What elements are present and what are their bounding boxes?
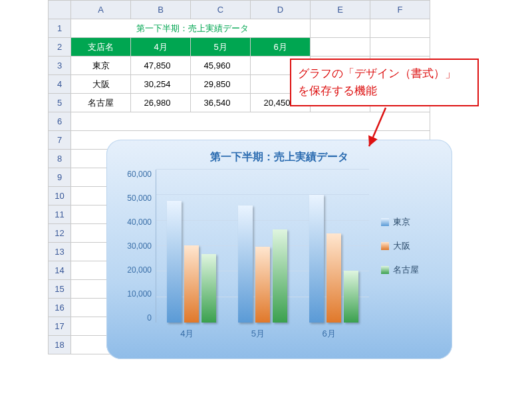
- legend-swatch-icon: [381, 266, 389, 274]
- row-header[interactable]: 17: [49, 317, 71, 336]
- row-header[interactable]: 11: [49, 205, 71, 224]
- y-axis: 60,000 50,000 40,000 30,000 20,000 10,00…: [116, 170, 156, 323]
- cell[interactable]: 名古屋: [71, 94, 131, 112]
- row-header[interactable]: 15: [49, 280, 71, 299]
- cell[interactable]: [311, 38, 370, 57]
- plot-area: [156, 170, 369, 323]
- bar: [167, 201, 182, 323]
- bar: [184, 245, 199, 323]
- bar: [327, 233, 341, 323]
- bar: [273, 229, 287, 323]
- header-cell[interactable]: 支店名: [71, 38, 131, 57]
- cell[interactable]: 26,980: [131, 94, 191, 112]
- embedded-chart[interactable]: 第一下半期：売上実績データ 60,000 50,000 40,000 30,00…: [106, 140, 452, 359]
- row-header[interactable]: 14: [49, 261, 71, 280]
- x-axis: 4月 5月 6月: [152, 328, 364, 340]
- bar: [238, 205, 253, 323]
- annotation-callout: グラフの「デザイン（書式）」 を保存する機能: [290, 59, 479, 106]
- row-header[interactable]: 4: [49, 75, 71, 94]
- cell[interactable]: 東京: [71, 57, 131, 75]
- legend-item: 東京: [381, 216, 419, 228]
- legend-item: 名古屋: [381, 264, 419, 276]
- legend-item: 大阪: [381, 240, 419, 252]
- col-header[interactable]: A: [71, 1, 131, 19]
- bar: [344, 271, 358, 323]
- col-header[interactable]: D: [251, 1, 311, 19]
- cell[interactable]: [370, 38, 430, 57]
- bar: [255, 247, 270, 323]
- bar: [201, 254, 216, 323]
- cell[interactable]: [311, 19, 370, 38]
- header-cell[interactable]: 6月: [251, 38, 311, 57]
- annotation-arrow-icon: [366, 106, 419, 160]
- row-header[interactable]: 10: [49, 187, 71, 205]
- cell[interactable]: [370, 19, 430, 38]
- row-header[interactable]: 18: [49, 336, 71, 354]
- col-header[interactable]: B: [131, 1, 191, 19]
- col-header[interactable]: E: [311, 1, 370, 19]
- chart-legend: 東京 大阪 名古屋: [381, 170, 419, 323]
- header-cell[interactable]: 4月: [131, 38, 191, 57]
- cell[interactable]: 47,850: [131, 57, 191, 75]
- cell[interactable]: 30,254: [131, 75, 191, 94]
- cell[interactable]: 29,850: [191, 75, 251, 94]
- row-header[interactable]: 5: [49, 94, 71, 112]
- table-title-cell[interactable]: 第一下半期：売上実績データ: [71, 19, 311, 38]
- col-header[interactable]: F: [370, 1, 430, 19]
- svg-line-0: [369, 108, 386, 146]
- cell[interactable]: 大阪: [71, 75, 131, 94]
- row-header[interactable]: 6: [49, 112, 71, 131]
- row-header[interactable]: 16: [49, 299, 71, 317]
- row-header[interactable]: 12: [49, 224, 71, 243]
- row-header[interactable]: 7: [49, 131, 71, 150]
- cell[interactable]: 45,960: [191, 57, 251, 75]
- cell[interactable]: 36,540: [191, 94, 251, 112]
- select-all-corner[interactable]: [49, 1, 71, 19]
- legend-swatch-icon: [381, 218, 389, 226]
- row-header[interactable]: 1: [49, 19, 71, 38]
- bar: [309, 195, 324, 323]
- legend-swatch-icon: [381, 242, 389, 250]
- header-cell[interactable]: 5月: [191, 38, 251, 57]
- col-header[interactable]: C: [191, 1, 251, 19]
- row-header[interactable]: 2: [49, 38, 71, 57]
- row-header[interactable]: 8: [49, 150, 71, 168]
- row-header[interactable]: 3: [49, 57, 71, 75]
- row-header[interactable]: 9: [49, 168, 71, 187]
- row-header[interactable]: 13: [49, 243, 71, 261]
